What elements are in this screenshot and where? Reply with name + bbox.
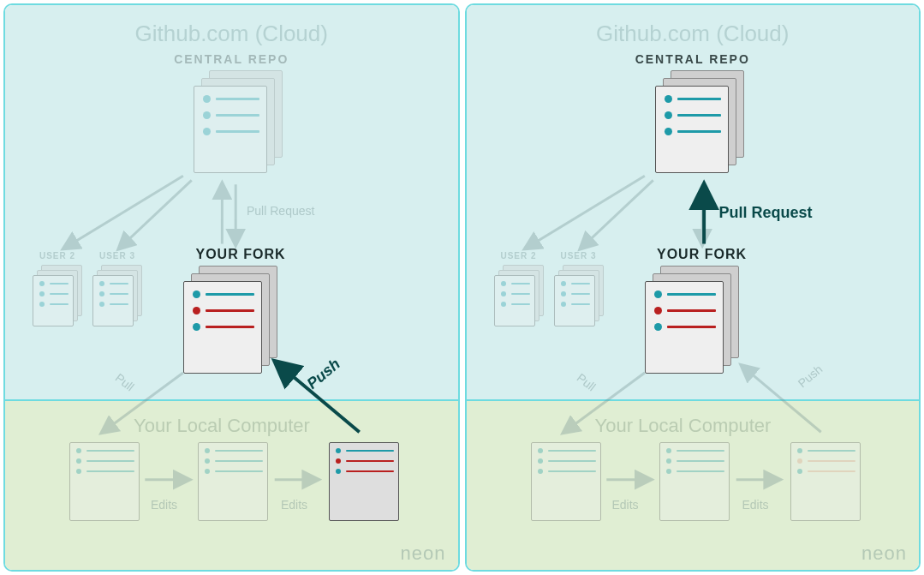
watermark: neon <box>861 542 907 565</box>
local-title: Your Local Computer <box>595 415 920 437</box>
pull-request-label: Pull Request <box>247 204 314 218</box>
watermark: neon <box>401 542 446 565</box>
user3-icon <box>92 265 142 326</box>
your-fork-label: YOUR FORK <box>185 247 296 262</box>
cloud-title: Github.com (Cloud) <box>467 21 920 47</box>
pull-request-label: Pull Request <box>719 204 813 222</box>
your-fork-icon <box>183 266 277 374</box>
panel-right-pull-request: Github.com (Cloud) CENTRAL REPO USER 2 U… <box>465 3 921 572</box>
user3-label: USER 3 <box>92 251 142 261</box>
local-doc-3-icon <box>329 442 404 521</box>
user2-label: USER 2 <box>494 251 544 261</box>
your-fork-icon <box>645 266 739 374</box>
panel-left-push: Github.com (Cloud) CENTRAL REPO USER 2 U… <box>3 3 460 572</box>
user2-icon <box>494 265 544 326</box>
edits-label-1: Edits <box>151 498 177 512</box>
edits-label-2: Edits <box>281 498 307 512</box>
local-title: Your Local Computer <box>134 415 458 437</box>
user2-icon <box>33 265 82 326</box>
local-doc-2-icon <box>659 442 735 521</box>
local-doc-3-icon <box>790 442 866 521</box>
cloud-title: Github.com (Cloud) <box>5 21 458 47</box>
your-fork-label: YOUR FORK <box>647 247 758 262</box>
edits-label-1: Edits <box>612 498 639 512</box>
local-doc-2-icon <box>198 442 273 521</box>
user3-label: USER 3 <box>554 251 604 261</box>
edits-label-2: Edits <box>742 498 769 512</box>
local-doc-1-icon <box>531 442 606 521</box>
central-repo-label: CENTRAL REPO <box>5 52 458 66</box>
local-doc-1-icon <box>69 442 145 521</box>
user2-label: USER 2 <box>33 251 82 261</box>
central-repo-icon <box>194 70 283 173</box>
central-repo-label: CENTRAL REPO <box>467 52 920 66</box>
user3-icon <box>554 265 604 326</box>
central-repo-icon <box>655 70 744 173</box>
